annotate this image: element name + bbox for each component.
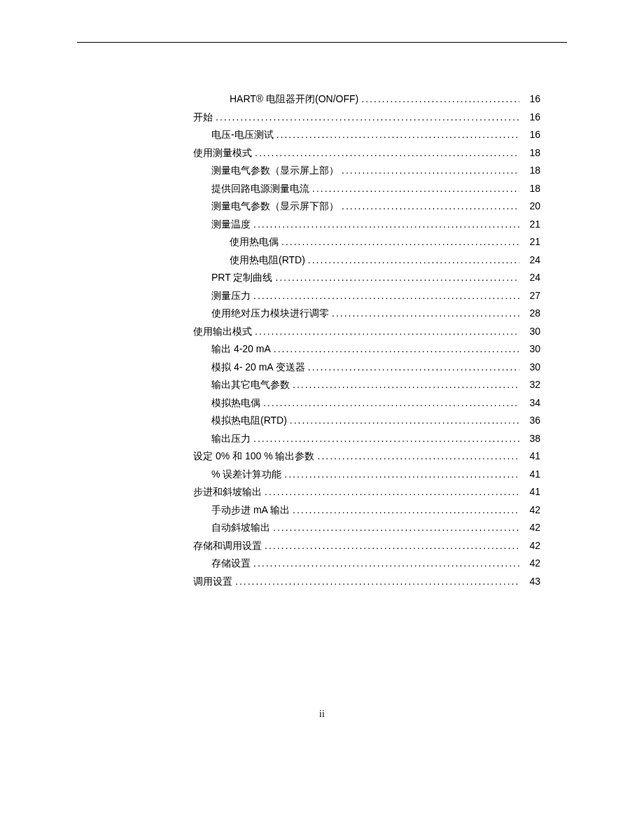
toc-entry: 模拟热电阻(RTD)36 [193, 412, 540, 430]
page-number: ii [0, 709, 644, 720]
toc-entry-page: 16 [522, 126, 540, 144]
toc-leader-dots [255, 144, 519, 162]
toc-entry-page: 24 [522, 269, 540, 287]
toc-entry: 测量温度21 [193, 216, 540, 234]
toc-entry: 模拟 4- 20 mA 变送器30 [193, 359, 540, 377]
toc-entry: 使用热电阻(RTD)24 [193, 251, 540, 270]
toc-entry-page: 42 [522, 519, 540, 537]
toc-entry-page: 27 [522, 287, 540, 305]
toc-entry-label: % 误差计算功能 [211, 466, 281, 484]
toc-entry-page: 41 [522, 447, 540, 466]
toc-entry: 使用热电偶21 [193, 233, 540, 251]
toc-leader-dots [332, 305, 519, 323]
toc-entry-page: 20 [522, 197, 540, 216]
toc-entry-page: 30 [522, 340, 540, 359]
toc-leader-dots [293, 376, 519, 394]
toc-entry-label: 模拟热电阻(RTD) [211, 412, 287, 430]
toc-entry: 输出 4-20 mA30 [193, 340, 540, 359]
toc-leader-dots [342, 197, 519, 216]
table-of-contents: HART® 电阻器开闭(ON/OFF)16开始16电压-电压测试16使用测量模式… [77, 90, 567, 590]
toc-entry: 开始16 [193, 109, 540, 127]
toc-entry-page: 21 [522, 216, 540, 234]
toc-leader-dots [276, 126, 519, 144]
toc-entry: 使用测量模式18 [193, 144, 540, 162]
toc-entry-label: 使用输出模式 [193, 323, 252, 341]
toc-entry-page: 42 [522, 537, 540, 555]
toc-entry: 测量电气参数（显示屏下部）20 [193, 197, 540, 216]
toc-entry: 使用绝对压力模块进行调零28 [193, 305, 540, 323]
toc-entry: 测量压力27 [193, 287, 540, 305]
toc-entry-label: 存储和调用设置 [193, 537, 262, 555]
toc-leader-dots [263, 394, 519, 412]
toc-entry: 测量电气参数（显示屏上部）18 [193, 162, 540, 180]
toc-entry: 存储和调用设置42 [193, 537, 540, 555]
toc-entry-page: 36 [522, 412, 540, 430]
toc-leader-dots [235, 573, 519, 591]
toc-leader-dots [265, 483, 519, 501]
toc-entry-label: HART® 电阻器开闭(ON/OFF) [230, 90, 358, 109]
toc-leader-dots [293, 501, 519, 520]
toc-entry-label: 测量压力 [211, 287, 251, 305]
toc-entry-label: 自动斜坡输出 [211, 519, 270, 537]
toc-entry: 步进和斜坡输出41 [193, 483, 540, 501]
toc-entry-page: 16 [522, 90, 540, 109]
toc-leader-dots [361, 90, 519, 109]
toc-entry-label: 测量电气参数（显示屏上部） [211, 162, 339, 180]
toc-entry-page: 16 [522, 109, 540, 127]
toc-entry: 手动步进 mA 输出42 [193, 501, 540, 520]
toc-leader-dots [284, 466, 519, 484]
toc-leader-dots [308, 251, 519, 270]
toc-leader-dots [253, 287, 519, 305]
toc-entry-label: 存储设置 [211, 555, 251, 573]
toc-entry-page: 42 [522, 555, 540, 573]
toc-entry: 调用设置43 [193, 573, 540, 591]
toc-leader-dots [308, 359, 519, 377]
toc-entry-label: 使用热电阻(RTD) [230, 251, 305, 270]
toc-leader-dots [273, 519, 519, 537]
page-container: HART® 电阻器开闭(ON/OFF)16开始16电压-电压测试16使用测量模式… [0, 0, 644, 590]
toc-entry-label: 使用热电偶 [230, 233, 279, 251]
toc-leader-dots [318, 447, 520, 466]
toc-entry-label: 提供回路电源测量电流 [211, 180, 309, 198]
toc-entry-page: 42 [522, 501, 540, 520]
toc-leader-dots [255, 323, 519, 341]
toc-entry-label: 设定 0% 和 100 % 输出参数 [193, 447, 315, 466]
toc-entry-label: 调用设置 [193, 573, 232, 591]
toc-entry-label: PRT 定制曲线 [211, 269, 272, 287]
toc-leader-dots [342, 162, 519, 180]
toc-entry-page: 28 [522, 305, 540, 323]
toc-leader-dots [253, 555, 519, 573]
toc-entry-label: 电压-电压测试 [211, 126, 274, 144]
header-rule [77, 42, 567, 43]
toc-entry-label: 开始 [193, 109, 213, 127]
toc-entry-label: 使用测量模式 [193, 144, 252, 162]
toc-entry-label: 使用绝对压力模块进行调零 [211, 305, 329, 323]
toc-entry: PRT 定制曲线24 [193, 269, 540, 287]
toc-entry-label: 输出其它电气参数 [211, 376, 290, 394]
toc-entry: 输出其它电气参数32 [193, 376, 540, 394]
toc-leader-dots [275, 269, 519, 287]
toc-leader-dots [216, 109, 519, 127]
toc-entry: 使用输出模式30 [193, 323, 540, 341]
toc-entry-page: 34 [522, 394, 540, 412]
toc-entry-label: 测量电气参数（显示屏下部） [211, 197, 339, 216]
toc-entry: 设定 0% 和 100 % 输出参数41 [193, 447, 540, 466]
toc-entry-page: 38 [522, 430, 540, 448]
toc-leader-dots [253, 216, 519, 234]
toc-entry-label: 模拟热电偶 [211, 394, 260, 412]
toc-entry-page: 21 [522, 233, 540, 251]
toc-entry: 存储设置42 [193, 555, 540, 573]
toc-leader-dots [265, 537, 519, 555]
toc-entry-label: 测量温度 [211, 216, 251, 234]
toc-entry: % 误差计算功能41 [193, 466, 540, 484]
toc-entry: 电压-电压测试16 [193, 126, 540, 144]
toc-entry-page: 41 [522, 483, 540, 501]
toc-entry-page: 18 [522, 162, 540, 180]
toc-entry-page: 24 [522, 251, 540, 270]
toc-entry-page: 32 [522, 376, 540, 394]
toc-entry: 模拟热电偶34 [193, 394, 540, 412]
toc-entry-label: 输出压力 [211, 430, 251, 448]
toc-leader-dots [274, 340, 519, 359]
toc-entry-page: 30 [522, 323, 540, 341]
toc-entry: 输出压力38 [193, 430, 540, 448]
